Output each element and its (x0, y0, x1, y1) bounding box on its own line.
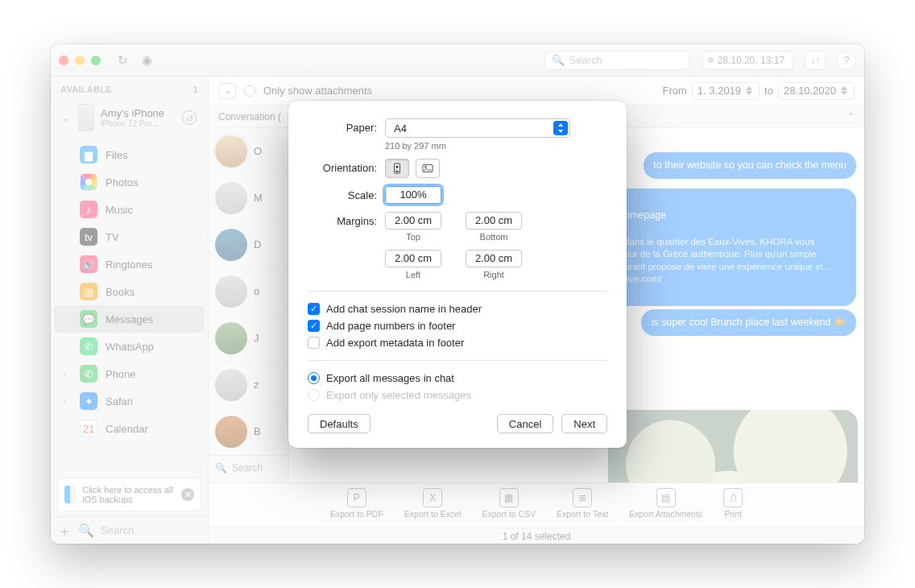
conversation-row[interactable]: o (209, 268, 288, 315)
export-all-radio-row[interactable]: Export all messages in chat (308, 372, 607, 384)
visibility-icon[interactable]: ◉ (138, 52, 155, 69)
window-controls (59, 56, 101, 65)
calendar-icon: 21 (80, 420, 97, 437)
transfer-button[interactable]: ↓↑ (805, 51, 826, 70)
finder-icon (64, 486, 76, 503)
collapse-button[interactable]: ⌄ (218, 83, 236, 99)
date-range: From 1. 3.2019 to 28.10.2020 (663, 82, 855, 100)
checkbox-on-icon (308, 303, 320, 315)
toolbar-search-placeholder: Search (569, 54, 602, 66)
sidebar-item-whatsapp[interactable]: ›✆WhatsApp (54, 333, 205, 360)
stepper-icon[interactable] (746, 85, 754, 97)
checkbox-on-icon (308, 320, 320, 332)
export-text-button[interactable]: ≣Export to Text (557, 488, 608, 528)
export-excel-button[interactable]: XExport to Excel (404, 488, 462, 528)
print-button[interactable]: ⎙Print (723, 488, 743, 528)
export-csv-button[interactable]: ▦Export to CSV (482, 488, 536, 528)
device-name: Amy's iPhone (101, 107, 164, 119)
margin-bottom-input[interactable]: 2.00 cm (466, 212, 522, 230)
sidebar-item-photos[interactable]: ›Photos (54, 168, 205, 196)
stepper-icon[interactable] (841, 85, 849, 97)
orientation-landscape-button[interactable] (416, 159, 440, 178)
history-icon[interactable] (182, 110, 197, 125)
toolbar-search[interactable]: 🔍 Search (544, 51, 689, 70)
sidebar-item-tv[interactable]: ›tvTV (54, 223, 205, 251)
avatar (215, 322, 247, 354)
radio-off-icon (308, 389, 320, 401)
titlebar: ↻ ◉ 🔍 Search 28.10.20, 13:17 ↓↑ ? (51, 44, 864, 77)
messages-icon: 💬 (80, 310, 97, 328)
zoom-window-button[interactable] (91, 56, 101, 65)
margin-left-input[interactable]: 2.00 cm (385, 250, 441, 267)
search-icon: 🔍 (215, 462, 227, 474)
avatar (215, 182, 247, 214)
only-attachments-label: Only show attachments (263, 85, 372, 97)
orientation-label: Orientation: (308, 159, 385, 174)
conversation-row[interactable]: O (209, 128, 288, 175)
tv-icon: tv (80, 228, 97, 246)
close-icon[interactable]: ✕ (181, 488, 194, 501)
search-icon: 🔍 (552, 54, 565, 66)
sidebar-item-phone[interactable]: ›✆Phone (54, 360, 205, 387)
portrait-icon (391, 163, 404, 174)
dropdown-icon (553, 121, 568, 135)
conversation-row[interactable]: B (209, 408, 288, 455)
add-metadata-checkbox-row[interactable]: Add export metadata in footer (308, 337, 607, 349)
conversation-row[interactable]: z (209, 362, 288, 408)
margins-label: Margins: (308, 212, 385, 227)
defaults-button[interactable]: Defaults (308, 414, 371, 433)
sidebar-item-messages[interactable]: ›💬Messages (54, 305, 205, 333)
refresh-icon[interactable]: ↻ (114, 52, 131, 69)
export-selected-radio-row: Export only selected messages (308, 389, 607, 401)
backups-tip[interactable]: Click here to access all iOS backups ✕ (57, 478, 201, 511)
only-attachments-checkbox[interactable] (244, 85, 255, 97)
conversation-search[interactable]: 🔍Search (209, 455, 288, 479)
help-button[interactable]: ? (837, 51, 856, 70)
sidebar-footer: ＋ 🔍 (51, 516, 208, 544)
message-bubble: omepage dans le quartier des Eaux-Vives,… (615, 188, 856, 306)
excel-icon: X (423, 488, 442, 507)
sidebar-item-books[interactable]: ›▥Books (54, 278, 205, 305)
device-model: iPhone 12 Pro ... (101, 119, 164, 128)
sidebar-item-calendar[interactable]: ›21Calendar (54, 415, 205, 442)
conversation-row[interactable]: M (209, 175, 288, 222)
from-date-input[interactable]: 1. 3.2019 (692, 82, 760, 100)
snapshot-date-badge[interactable]: 28.10.20, 13:17 (702, 51, 793, 70)
conversation-row[interactable]: J (209, 315, 288, 362)
margin-right-input[interactable]: 2.00 cm (466, 250, 522, 267)
sidebar-item-music[interactable]: ›♪Music (54, 196, 205, 223)
sidebar-item-ringtones[interactable]: ›🔊Ringtones (54, 251, 205, 278)
close-window-button[interactable] (59, 56, 68, 65)
avatar (215, 229, 247, 261)
scale-input[interactable]: 100% (385, 186, 441, 204)
conversation-list: O M D o J z B 🔍Search (209, 128, 289, 482)
margin-top-input[interactable]: 2.00 cm (385, 212, 441, 230)
orientation-portrait-button[interactable] (385, 159, 409, 178)
export-attachments-button[interactable]: ▤Export Attachments (629, 488, 702, 528)
cancel-button[interactable]: Cancel (497, 414, 553, 433)
next-button[interactable]: Next (561, 414, 607, 433)
paper-dimensions: 210 by 297 mm (385, 141, 607, 151)
paper-select[interactable]: A4 (385, 118, 570, 138)
search-icon: 🔍 (78, 523, 94, 538)
photos-icon (80, 173, 97, 191)
sidebar-item-files[interactable]: ›▆Files (54, 141, 205, 168)
add-button[interactable]: ＋ (57, 523, 72, 539)
export-toolbar: PExport to PDF XExport to Excel ▦Export … (209, 482, 864, 528)
to-date-input[interactable]: 28.10.2020 (778, 82, 855, 100)
sidebar-item-safari[interactable]: ›✦Safari (54, 387, 205, 415)
divider (308, 360, 607, 361)
add-page-numbers-checkbox-row[interactable]: Add page numbers in footer (308, 320, 607, 332)
device-icon (78, 104, 94, 131)
sidebar-list: ›▆Files ›Photos ›♪Music ›tvTV ›🔊Ringtone… (51, 141, 208, 478)
radio-on-icon (308, 372, 320, 384)
books-icon: ▥ (80, 283, 97, 300)
message-image (608, 410, 858, 482)
avatar (215, 275, 247, 308)
minimize-window-button[interactable] (75, 56, 85, 65)
export-pdf-button[interactable]: PExport to PDF (330, 488, 383, 528)
add-header-checkbox-row[interactable]: Add chat session name in header (308, 303, 607, 315)
ringtones-icon: 🔊 (80, 255, 97, 273)
conversation-row[interactable]: D (209, 222, 288, 268)
device-row[interactable]: ⌄ Amy's iPhone iPhone 12 Pro ... (56, 99, 203, 136)
